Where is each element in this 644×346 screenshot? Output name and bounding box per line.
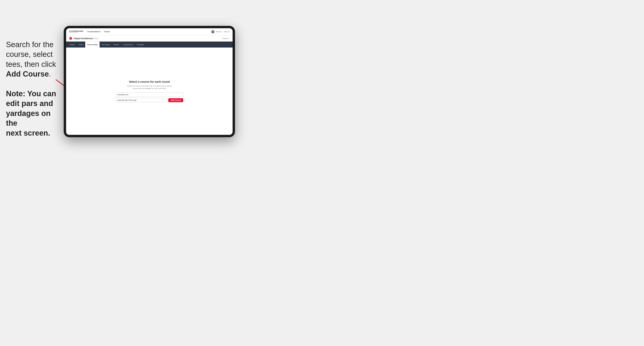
- cancel-button[interactable]: Cancel ✕: [222, 38, 230, 39]
- tab-bar: Details Teams Course Setup Tee Groups Re…: [66, 41, 232, 47]
- annotation-line1: Search for the: [6, 40, 62, 49]
- tee-select[interactable]: Gold (M) (M) (7010 yds) ✕ ⌄: [116, 98, 167, 102]
- annotation-bold-line: Add Course.: [6, 69, 62, 79]
- tablet-frame: SCOREBOARD Powered by clippd TOURNAMENTS…: [64, 26, 235, 137]
- brand-sub: Powered by clippd: [69, 32, 83, 33]
- nav-links: TOURNAMENTS TEAMS: [87, 31, 211, 33]
- top-nav: SCOREBOARD Powered by clippd TOURNAMENTS…: [66, 28, 232, 35]
- sign-out-link[interactable]: Sign out: [224, 31, 230, 32]
- annotation-note-line4: next screen.: [6, 128, 62, 138]
- annotation-line3: tees, then click: [6, 59, 62, 69]
- annotation-add-course: Add Course: [6, 70, 49, 78]
- user-avatar: R: [211, 30, 214, 33]
- tab-results[interactable]: Results: [112, 41, 121, 47]
- tournament-name: Clippd Invitational: [74, 37, 92, 40]
- description-line1: Search for a course and select a tee. Yo…: [127, 85, 172, 87]
- nav-right: R Test User | Sign out: [211, 30, 230, 33]
- annotation-note-line2: edit pars and: [6, 99, 62, 108]
- nav-separator: |: [223, 31, 223, 32]
- main-content: Select a course for each round Search fo…: [66, 47, 232, 135]
- annotation-text: Search for the course, select tees, then…: [6, 40, 62, 138]
- user-label: Test User: [216, 31, 222, 32]
- brand-logo: SCOREBOARD Powered by clippd: [69, 30, 83, 33]
- tab-teams[interactable]: Teams: [76, 41, 85, 47]
- annotation-line2: course, select: [6, 49, 62, 59]
- annotation-note-line1: Note: You can: [6, 89, 62, 99]
- chevron-down-icon: ⌄: [164, 99, 165, 101]
- tablet-screen: SCOREBOARD Powered by clippd TOURNAMENTS…: [66, 28, 232, 135]
- card-description: Search for a course and select a tee. Yo…: [116, 85, 183, 90]
- nav-teams[interactable]: TEAMS: [104, 31, 110, 33]
- tee-select-row: Gold (M) (M) (7010 yds) ✕ ⌄ Add Course: [116, 98, 183, 102]
- tab-details[interactable]: Details: [68, 41, 76, 47]
- tournament-tag: (Men): [94, 37, 98, 39]
- tab-tee-groups[interactable]: Tee Groups: [100, 41, 112, 47]
- tab-printables[interactable]: Printables: [135, 41, 146, 47]
- tee-select-controls: ✕ ⌄: [162, 99, 165, 101]
- cancel-icon: ✕: [228, 38, 230, 39]
- description-line2: course, pars and yardages for each round…: [132, 87, 166, 89]
- tee-select-value: Gold (M) (M) (7010 yds): [117, 99, 136, 101]
- course-setup-card: Select a course for each round Search fo…: [116, 80, 183, 102]
- card-title: Select a course for each round: [116, 80, 183, 83]
- clear-icon[interactable]: ✕: [162, 99, 164, 101]
- tournament-logo: C: [69, 37, 72, 40]
- tournament-header: C Clippd Invitational (Men) Cancel ✕: [66, 35, 232, 41]
- course-search-input[interactable]: [116, 92, 183, 97]
- tab-course-setup[interactable]: Course Setup: [85, 41, 100, 47]
- tab-leaderboards[interactable]: Leaderboards: [121, 41, 135, 47]
- add-course-button[interactable]: Add Course: [168, 98, 183, 102]
- annotation-note-line3: yardages on the: [6, 109, 62, 128]
- nav-tournaments[interactable]: TOURNAMENTS: [87, 31, 101, 33]
